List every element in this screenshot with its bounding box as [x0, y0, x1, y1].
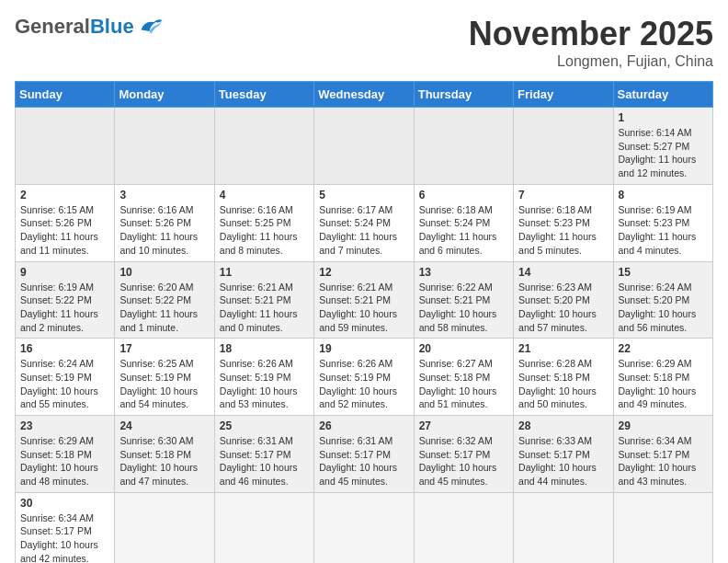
day-sun-info: Sunrise: 6:28 AMSunset: 5:18 PMDaylight:…: [518, 357, 608, 411]
calendar-cell: 24Sunrise: 6:30 AMSunset: 5:18 PMDayligh…: [115, 416, 214, 493]
calendar-cell: 9Sunrise: 6:19 AMSunset: 5:22 PMDaylight…: [16, 261, 115, 339]
day-sun-info: Sunrise: 6:24 AMSunset: 5:20 PMDaylight:…: [619, 281, 708, 335]
calendar-cell: 26Sunrise: 6:31 AMSunset: 5:17 PMDayligh…: [314, 416, 414, 493]
day-sun-info: Sunrise: 6:19 AMSunset: 5:22 PMDaylight:…: [20, 281, 109, 335]
page-header: General Blue November 2025 Longmen, Fuji…: [15, 15, 713, 70]
calendar-table: SundayMondayTuesdayWednesdayThursdayFrid…: [15, 81, 713, 563]
title-block: November 2025 Longmen, Fujian, China: [469, 15, 713, 70]
calendar-cell: [115, 108, 214, 185]
calendar-cell: [115, 492, 214, 563]
day-number: 6: [419, 189, 508, 201]
calendar-cell: 29Sunrise: 6:34 AMSunset: 5:17 PMDayligh…: [613, 416, 712, 493]
calendar-cell: 14Sunrise: 6:23 AMSunset: 5:20 PMDayligh…: [514, 261, 613, 339]
calendar-cell: 27Sunrise: 6:32 AMSunset: 5:17 PMDayligh…: [414, 416, 513, 493]
calendar-cell: [613, 492, 712, 563]
day-number: 13: [419, 266, 508, 279]
calendar-cell: 3Sunrise: 6:16 AMSunset: 5:26 PMDaylight…: [115, 184, 214, 261]
calendar-cell: [214, 492, 313, 563]
weekday-header-saturday: Saturday: [613, 82, 712, 108]
day-number: 16: [20, 342, 109, 355]
day-sun-info: Sunrise: 6:21 AMSunset: 5:21 PMDaylight:…: [220, 281, 309, 335]
day-number: 23: [20, 419, 109, 432]
calendar-week-row: 9Sunrise: 6:19 AMSunset: 5:22 PMDaylight…: [16, 261, 713, 339]
calendar-cell: [414, 492, 513, 563]
day-sun-info: Sunrise: 6:16 AMSunset: 5:25 PMDaylight:…: [220, 203, 309, 258]
day-number: 7: [518, 189, 608, 201]
calendar-cell: [16, 108, 115, 185]
calendar-week-row: 30Sunrise: 6:34 AMSunset: 5:17 PMDayligh…: [16, 492, 713, 563]
day-number: 3: [119, 189, 209, 201]
day-sun-info: Sunrise: 6:22 AMSunset: 5:21 PMDaylight:…: [419, 281, 508, 335]
calendar-cell: 11Sunrise: 6:21 AMSunset: 5:21 PMDayligh…: [214, 261, 313, 339]
day-sun-info: Sunrise: 6:23 AMSunset: 5:20 PMDaylight:…: [518, 281, 608, 335]
day-number: 26: [319, 419, 408, 432]
day-sun-info: Sunrise: 6:19 AMSunset: 5:23 PMDaylight:…: [619, 203, 708, 258]
calendar-week-row: 1Sunrise: 6:14 AMSunset: 5:27 PMDaylight…: [16, 108, 713, 185]
day-sun-info: Sunrise: 6:14 AMSunset: 5:27 PMDaylight:…: [619, 126, 708, 180]
calendar-cell: 4Sunrise: 6:16 AMSunset: 5:25 PMDaylight…: [214, 184, 313, 261]
weekday-header-thursday: Thursday: [414, 82, 513, 108]
calendar-cell: [514, 492, 613, 563]
day-number: 14: [518, 266, 608, 279]
day-sun-info: Sunrise: 6:31 AMSunset: 5:17 PMDaylight:…: [319, 434, 408, 488]
calendar-cell: 13Sunrise: 6:22 AMSunset: 5:21 PMDayligh…: [414, 261, 513, 339]
calendar-cell: 15Sunrise: 6:24 AMSunset: 5:20 PMDayligh…: [613, 261, 712, 339]
calendar-week-row: 23Sunrise: 6:29 AMSunset: 5:18 PMDayligh…: [16, 416, 713, 493]
day-sun-info: Sunrise: 6:21 AMSunset: 5:21 PMDaylight:…: [319, 281, 408, 335]
location-text: Longmen, Fujian, China: [469, 53, 713, 70]
calendar-cell: 17Sunrise: 6:25 AMSunset: 5:19 PMDayligh…: [115, 339, 214, 416]
weekday-header-wednesday: Wednesday: [314, 82, 414, 108]
day-sun-info: Sunrise: 6:24 AMSunset: 5:19 PMDaylight:…: [20, 357, 109, 411]
day-number: 27: [419, 419, 508, 432]
calendar-cell: 30Sunrise: 6:34 AMSunset: 5:17 PMDayligh…: [16, 492, 115, 563]
day-sun-info: Sunrise: 6:17 AMSunset: 5:24 PMDaylight:…: [319, 203, 408, 258]
calendar-cell: 10Sunrise: 6:20 AMSunset: 5:22 PMDayligh…: [115, 261, 214, 339]
calendar-cell: 19Sunrise: 6:26 AMSunset: 5:19 PMDayligh…: [314, 339, 414, 416]
calendar-cell: 23Sunrise: 6:29 AMSunset: 5:18 PMDayligh…: [16, 416, 115, 493]
day-sun-info: Sunrise: 6:18 AMSunset: 5:23 PMDaylight:…: [518, 203, 608, 258]
day-sun-info: Sunrise: 6:30 AMSunset: 5:18 PMDaylight:…: [119, 434, 209, 488]
day-number: 17: [119, 342, 209, 355]
weekday-header-sunday: Sunday: [16, 82, 115, 108]
day-sun-info: Sunrise: 6:29 AMSunset: 5:18 PMDaylight:…: [619, 357, 708, 411]
calendar-cell: 28Sunrise: 6:33 AMSunset: 5:17 PMDayligh…: [514, 416, 613, 493]
calendar-cell: 16Sunrise: 6:24 AMSunset: 5:19 PMDayligh…: [16, 339, 115, 416]
day-sun-info: Sunrise: 6:20 AMSunset: 5:22 PMDaylight:…: [119, 281, 209, 335]
day-sun-info: Sunrise: 6:27 AMSunset: 5:18 PMDaylight:…: [419, 357, 508, 411]
weekday-header-tuesday: Tuesday: [214, 82, 313, 108]
logo-bird-icon: [138, 17, 164, 37]
calendar-cell: 21Sunrise: 6:28 AMSunset: 5:18 PMDayligh…: [514, 339, 613, 416]
calendar-cell: [414, 108, 513, 185]
day-number: 19: [319, 342, 408, 355]
day-sun-info: Sunrise: 6:29 AMSunset: 5:18 PMDaylight:…: [20, 434, 109, 488]
calendar-cell: 7Sunrise: 6:18 AMSunset: 5:23 PMDaylight…: [514, 184, 613, 261]
day-number: 18: [220, 342, 309, 355]
day-sun-info: Sunrise: 6:15 AMSunset: 5:26 PMDaylight:…: [20, 203, 109, 258]
calendar-week-row: 16Sunrise: 6:24 AMSunset: 5:19 PMDayligh…: [16, 339, 713, 416]
day-sun-info: Sunrise: 6:32 AMSunset: 5:17 PMDaylight:…: [419, 434, 508, 488]
day-number: 11: [220, 266, 309, 279]
day-number: 2: [20, 189, 109, 201]
day-sun-info: Sunrise: 6:34 AMSunset: 5:17 PMDaylight:…: [619, 434, 708, 488]
day-number: 10: [119, 266, 209, 279]
weekday-header-monday: Monday: [115, 82, 214, 108]
calendar-cell: [314, 492, 414, 563]
day-number: 4: [220, 189, 309, 201]
calendar-cell: [214, 108, 313, 185]
day-number: 8: [619, 189, 708, 201]
day-sun-info: Sunrise: 6:33 AMSunset: 5:17 PMDaylight:…: [518, 434, 608, 488]
month-title: November 2025: [469, 15, 713, 53]
day-number: 21: [518, 342, 608, 355]
day-sun-info: Sunrise: 6:26 AMSunset: 5:19 PMDaylight:…: [220, 357, 309, 411]
calendar-cell: [314, 108, 414, 185]
calendar-cell: 12Sunrise: 6:21 AMSunset: 5:21 PMDayligh…: [314, 261, 414, 339]
day-number: 1: [619, 111, 708, 124]
day-number: 5: [319, 189, 408, 201]
day-number: 9: [20, 266, 109, 279]
day-number: 30: [20, 497, 109, 510]
day-sun-info: Sunrise: 6:16 AMSunset: 5:26 PMDaylight:…: [119, 203, 209, 258]
day-sun-info: Sunrise: 6:34 AMSunset: 5:17 PMDaylight:…: [20, 511, 109, 563]
calendar-cell: 5Sunrise: 6:17 AMSunset: 5:24 PMDaylight…: [314, 184, 414, 261]
day-number: 20: [419, 342, 508, 355]
logo-general-text: General: [15, 15, 90, 39]
